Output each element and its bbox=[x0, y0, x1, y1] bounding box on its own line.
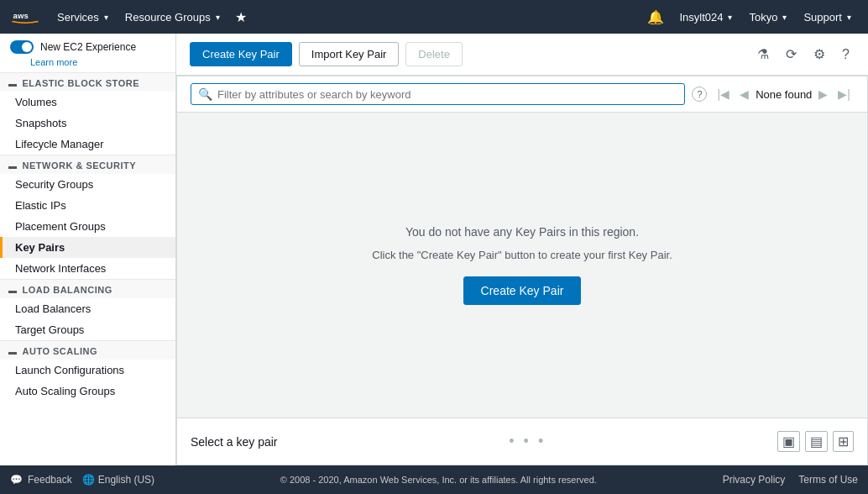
sidebar-section-load-balancing: ▬ LOAD BALANCING Load Balancers Target G… bbox=[0, 279, 175, 340]
region-menu[interactable]: Tokyo ▾ bbox=[742, 8, 793, 27]
region-caret-icon: ▾ bbox=[782, 13, 787, 22]
content-wrapper: 🔍 ? |◀ ◀ None found ▶ ▶| You do not have… bbox=[176, 76, 868, 465]
ec2-experience-toggle[interactable] bbox=[10, 40, 34, 54]
svg-text:aws: aws bbox=[13, 11, 29, 20]
notification-bell-icon[interactable]: 🔔 bbox=[642, 6, 669, 29]
help-icon[interactable]: ? bbox=[837, 44, 855, 66]
empty-state-line2: Click the "Create Key Pair" button to cr… bbox=[372, 249, 672, 261]
resource-groups-menu[interactable]: Resource Groups ▾ bbox=[118, 8, 227, 27]
bottom-panel-dots: • • • bbox=[509, 433, 546, 450]
terms-of-use-link[interactable]: Terms of Use bbox=[798, 474, 858, 486]
empty-state-line1: You do not have any Key Pairs in this re… bbox=[405, 225, 639, 239]
top-navigation: aws Services ▾ Resource Groups ▾ ★ 🔔 Ins… bbox=[0, 0, 868, 34]
feedback-button[interactable]: 💬 Feedback bbox=[10, 474, 72, 486]
bottom-panel-icon-3[interactable]: ⊞ bbox=[833, 431, 854, 452]
search-bar: 🔍 ? |◀ ◀ None found ▶ ▶| bbox=[177, 76, 867, 113]
bottom-panel-title: Select a key pair bbox=[191, 435, 278, 449]
pagination-last-button[interactable]: ▶| bbox=[834, 86, 854, 102]
sidebar-item-auto-scaling-groups[interactable]: Auto Scaling Groups bbox=[0, 381, 175, 402]
toolbar: Create Key Pair Import Key Pair Delete ⚗… bbox=[176, 34, 868, 76]
sidebar-item-launch-configurations[interactable]: Launch Configurations bbox=[0, 360, 175, 381]
refresh-icon[interactable]: ⟳ bbox=[781, 43, 802, 66]
pagination-prev-button[interactable]: ◀ bbox=[736, 86, 752, 102]
collapse-icon-as: ▬ bbox=[8, 347, 18, 356]
support-menu[interactable]: Support ▾ bbox=[797, 8, 858, 27]
create-key-pair-empty-button[interactable]: Create Key Pair bbox=[463, 276, 582, 305]
sidebar-item-security-groups[interactable]: Security Groups bbox=[0, 174, 175, 195]
user-menu[interactable]: Insylt024 ▾ bbox=[672, 8, 739, 27]
bookmark-icon[interactable]: ★ bbox=[230, 6, 252, 29]
aws-logo: aws bbox=[10, 7, 40, 27]
feedback-bubble-icon: 💬 bbox=[10, 474, 23, 486]
user-caret-icon: ▾ bbox=[728, 13, 732, 22]
sidebar-item-network-interfaces[interactable]: Network Interfaces bbox=[0, 258, 175, 279]
sidebar-section-header-elastic-block-store[interactable]: ▬ ELASTIC BLOCK STORE bbox=[0, 72, 175, 92]
sidebar-section-network-security: ▬ NETWORK & SECURITY Security Groups Ela… bbox=[0, 155, 175, 279]
sidebar-item-load-balancers[interactable]: Load Balancers bbox=[0, 298, 175, 319]
services-caret-icon: ▾ bbox=[104, 13, 108, 22]
ec2-experience-label: New EC2 Experience bbox=[40, 41, 136, 53]
sidebar-item-snapshots[interactable]: Snapshots bbox=[0, 113, 175, 134]
footer-left: 💬 Feedback 🌐 English (US) bbox=[10, 474, 154, 486]
globe-icon: 🌐 bbox=[82, 474, 95, 486]
pagination-first-button[interactable]: |◀ bbox=[714, 86, 733, 102]
sidebar-section-header-load-balancing[interactable]: ▬ LOAD BALANCING bbox=[0, 279, 175, 298]
toolbar-right: ⚗ ⟳ ⚙ ? bbox=[752, 43, 855, 66]
collapse-icon-ns: ▬ bbox=[8, 161, 18, 171]
empty-state: You do not have any Key Pairs in this re… bbox=[177, 113, 867, 418]
collapse-icon: ▬ bbox=[8, 79, 18, 88]
language-selector[interactable]: 🌐 English (US) bbox=[82, 474, 154, 486]
search-input-wrap: 🔍 bbox=[191, 83, 685, 105]
search-help-icon[interactable]: ? bbox=[692, 87, 707, 102]
footer-copyright: © 2008 - 2020, Amazon Web Services, Inc.… bbox=[280, 475, 597, 485]
sidebar: New EC2 Experience Learn more ▬ ELASTIC … bbox=[0, 34, 176, 465]
services-menu[interactable]: Services ▾ bbox=[50, 8, 115, 27]
sidebar-item-elastic-ips[interactable]: Elastic IPs bbox=[0, 195, 175, 216]
ec2-learn-more-link[interactable]: Learn more bbox=[30, 57, 175, 72]
privacy-policy-link[interactable]: Privacy Policy bbox=[723, 474, 786, 486]
create-key-pair-button[interactable]: Create Key Pair bbox=[190, 42, 292, 66]
bottom-panel-icons: ▣ ▤ ⊞ bbox=[777, 431, 854, 452]
sidebar-collapse-toggle[interactable]: ◀ bbox=[175, 233, 176, 266]
search-input[interactable] bbox=[217, 88, 677, 101]
resource-groups-caret-icon: ▾ bbox=[216, 13, 220, 22]
support-caret-icon: ▾ bbox=[847, 13, 851, 22]
bottom-panel-inner: Select a key pair • • • ▣ ▤ ⊞ bbox=[191, 431, 854, 452]
content-area: Create Key Pair Import Key Pair Delete ⚗… bbox=[176, 34, 868, 465]
pagination: |◀ ◀ None found ▶ ▶| bbox=[714, 86, 854, 102]
sidebar-section-header-auto-scaling[interactable]: ▬ AUTO SCALING bbox=[0, 340, 175, 360]
delete-button: Delete bbox=[405, 42, 463, 66]
import-key-pair-button[interactable]: Import Key Pair bbox=[299, 42, 400, 66]
bottom-panel-icon-2[interactable]: ▤ bbox=[805, 431, 828, 452]
sidebar-item-volumes[interactable]: Volumes bbox=[0, 92, 175, 113]
bottom-panel: Select a key pair • • • ▣ ▤ ⊞ bbox=[177, 418, 867, 465]
sidebar-item-placement-groups[interactable]: Placement Groups bbox=[0, 216, 175, 237]
sidebar-section-elastic-block-store: ▬ ELASTIC BLOCK STORE Volumes Snapshots … bbox=[0, 72, 175, 155]
sidebar-item-key-pairs[interactable]: Key Pairs bbox=[0, 237, 175, 258]
gear-icon[interactable]: ⚙ bbox=[808, 43, 830, 66]
collapse-icon-lb: ▬ bbox=[8, 286, 18, 295]
sidebar-item-target-groups[interactable]: Target Groups bbox=[0, 319, 175, 340]
search-icon: 🔍 bbox=[198, 87, 212, 101]
pagination-status: None found bbox=[756, 88, 812, 101]
footer: 💬 Feedback 🌐 English (US) © 2008 - 2020,… bbox=[0, 465, 868, 494]
pagination-next-button[interactable]: ▶ bbox=[815, 86, 831, 102]
bottom-panel-icon-1[interactable]: ▣ bbox=[777, 431, 800, 452]
footer-right: Privacy Policy Terms of Use bbox=[723, 474, 858, 486]
settings-icon[interactable]: ⚗ bbox=[752, 43, 774, 66]
sidebar-section-header-network-security[interactable]: ▬ NETWORK & SECURITY bbox=[0, 155, 175, 174]
sidebar-item-lifecycle-manager[interactable]: Lifecycle Manager bbox=[0, 134, 175, 155]
sidebar-section-auto-scaling: ▬ AUTO SCALING Launch Configurations Aut… bbox=[0, 340, 175, 402]
